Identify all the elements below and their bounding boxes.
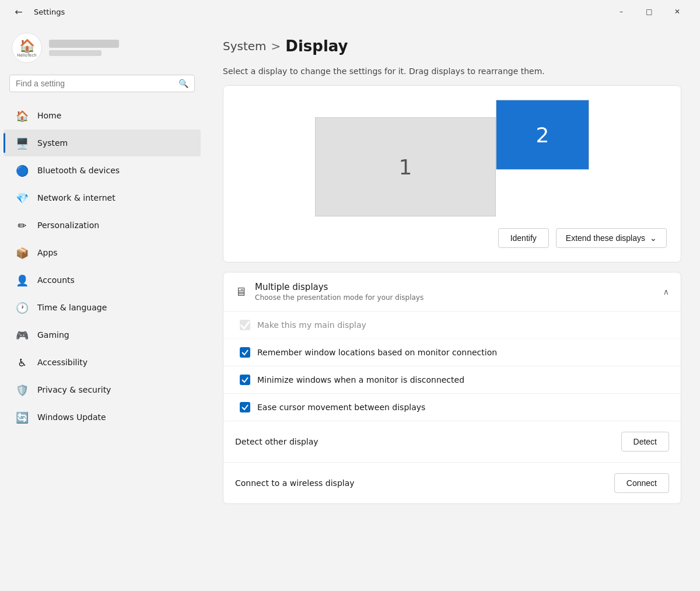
main-display-label: Make this my main display	[257, 320, 366, 330]
app-title: Settings	[34, 8, 65, 16]
sidebar: 🏠 HelloTech 🔍 🏠 Home 🖥️ System 🔵 Bluetoo…	[0, 23, 204, 591]
nav-icon-time: 🕐	[15, 300, 29, 314]
detect-display-label: Detect other display	[235, 437, 318, 446]
hellotech-label: HelloTech	[17, 53, 36, 58]
nav-label-apps: Apps	[37, 248, 58, 257]
display-1[interactable]: 1	[315, 117, 496, 216]
extend-label: Extend these displays	[566, 233, 645, 243]
multiple-displays-icon: 🖥	[235, 285, 247, 299]
sidebar-item-home[interactable]: 🏠 Home	[4, 102, 201, 129]
hellotech-icon: 🏠	[19, 39, 35, 53]
nav-label-time: Time & language	[37, 303, 107, 312]
checkbox-remember-window[interactable]	[240, 347, 250, 358]
section-header-left: 🖥 Multiple displays Choose the presentat…	[235, 282, 424, 302]
title-bar: ← Settings – □ ✕	[0, 0, 700, 23]
breadcrumb-parent: System	[223, 39, 267, 53]
nav-icon-accounts: 👤	[15, 273, 29, 287]
breadcrumb-current: Display	[285, 37, 348, 55]
section-subtitle: Choose the presentation mode for your di…	[255, 293, 424, 302]
sidebar-item-apps[interactable]: 📦 Apps	[4, 239, 201, 266]
nav-icon-network: 💎	[15, 191, 29, 205]
sidebar-item-gaming[interactable]: 🎮 Gaming	[4, 321, 201, 348]
nav-icon-accessibility: ♿	[15, 355, 29, 369]
section-title: Multiple displays	[255, 282, 424, 292]
breadcrumb: System > Display	[223, 37, 681, 55]
nav-label-network: Network & internet	[37, 193, 116, 202]
display-controls: Identify Extend these displays ⌄	[237, 228, 667, 248]
detect-display-row: Detect other display Detect	[223, 421, 681, 463]
nav-icon-home: 🏠	[15, 109, 29, 123]
user-name-blur	[49, 40, 119, 48]
avatar: 🏠 HelloTech	[12, 33, 42, 63]
checkbox-ease-cursor[interactable]	[240, 402, 250, 412]
multiple-displays-section: 🖥 Multiple displays Choose the presentat…	[223, 272, 681, 504]
back-button[interactable]: ←	[9, 2, 28, 21]
user-info	[49, 40, 119, 56]
nav-list: 🏠 Home 🖥️ System 🔵 Bluetooth & devices 💎…	[0, 102, 204, 431]
detect-button[interactable]: Detect	[621, 432, 669, 452]
display-description: Select a display to change the settings …	[223, 67, 681, 76]
identify-button[interactable]: Identify	[498, 228, 549, 248]
chevron-up-icon: ∧	[663, 287, 669, 296]
search-icon: 🔍	[178, 79, 188, 88]
nav-icon-personalization: ✏️	[15, 218, 29, 232]
remember-window-label: Remember window locations based on monit…	[257, 348, 497, 357]
maximize-button[interactable]: □	[636, 2, 663, 21]
breadcrumb-separator: >	[271, 39, 281, 53]
nav-label-privacy: Privacy & security	[37, 385, 111, 394]
display-preview-card: 1 2 Identify Extend these displays ⌄	[223, 85, 681, 263]
nav-icon-system: 🖥️	[15, 136, 29, 150]
nav-label-gaming: Gaming	[37, 330, 69, 340]
setting-main-display: ➜ Make this my main display	[223, 312, 681, 339]
sidebar-item-accessibility[interactable]: ♿ Accessibility	[4, 349, 201, 376]
sidebar-item-personalization[interactable]: ✏️ Personalization	[4, 212, 201, 239]
nav-icon-apps: 📦	[15, 246, 29, 260]
search-input[interactable]	[16, 79, 174, 88]
sidebar-item-accounts[interactable]: 👤 Accounts	[4, 267, 201, 293]
search-box[interactable]: 🔍	[9, 75, 195, 92]
search-container: 🔍	[0, 75, 204, 102]
nav-label-windows-update: Windows Update	[37, 412, 106, 422]
sidebar-item-privacy[interactable]: 🛡️ Privacy & security	[4, 376, 201, 403]
nav-icon-privacy: 🛡️	[15, 383, 29, 397]
sidebar-item-windows-update[interactable]: 🔄 Windows Update	[4, 404, 201, 431]
connect-wireless-label: Connect to a wireless display	[235, 478, 355, 488]
nav-label-personalization: Personalization	[37, 221, 99, 230]
user-email-blur	[49, 50, 102, 56]
ease-cursor-label: Ease cursor movement between displays	[257, 403, 425, 412]
content-area: System > Display Select a display to cha…	[204, 23, 700, 591]
sidebar-item-bluetooth[interactable]: 🔵 Bluetooth & devices	[4, 157, 201, 184]
title-bar-left: ← Settings	[9, 2, 65, 21]
displays-container: 1 2	[237, 100, 667, 216]
minimize-windows-label: Minimize windows when a monitor is disco…	[257, 375, 464, 384]
sidebar-item-network[interactable]: 💎 Network & internet	[4, 184, 201, 211]
connect-wireless-row: Connect to a wireless display Connect	[223, 463, 681, 503]
checkbox-main-display[interactable]	[240, 320, 250, 330]
extend-displays-button[interactable]: Extend these displays ⌄	[556, 228, 667, 248]
section-title-group: Multiple displays Choose the presentatio…	[255, 282, 424, 302]
main-layout: 🏠 HelloTech 🔍 🏠 Home 🖥️ System 🔵 Bluetoo…	[0, 23, 700, 591]
connect-button[interactable]: Connect	[614, 473, 669, 493]
sidebar-item-system[interactable]: 🖥️ System	[4, 130, 201, 156]
close-button[interactable]: ✕	[664, 2, 691, 21]
nav-icon-bluetooth: 🔵	[15, 163, 29, 177]
nav-label-accounts: Accounts	[37, 275, 75, 285]
setting-remember-window: Remember window locations based on monit…	[223, 339, 681, 366]
nav-icon-windows-update: 🔄	[15, 410, 29, 424]
nav-label-home: Home	[37, 111, 61, 120]
nav-label-accessibility: Accessibility	[37, 358, 88, 367]
setting-ease-cursor: Ease cursor movement between displays	[223, 394, 681, 421]
minimize-button[interactable]: –	[608, 2, 635, 21]
chevron-down-icon: ⌄	[650, 233, 657, 243]
nav-icon-gaming: 🎮	[15, 328, 29, 342]
setting-minimize-windows: Minimize windows when a monitor is disco…	[223, 366, 681, 394]
checkbox-minimize-windows[interactable]	[240, 375, 250, 385]
window-controls: – □ ✕	[608, 2, 691, 21]
display-2[interactable]: 2	[496, 100, 589, 170]
sidebar-item-time[interactable]: 🕐 Time & language	[4, 294, 201, 321]
nav-label-bluetooth: Bluetooth & devices	[37, 166, 120, 175]
multiple-displays-header[interactable]: 🖥 Multiple displays Choose the presentat…	[223, 272, 681, 312]
nav-label-system: System	[37, 138, 68, 148]
user-profile: 🏠 HelloTech	[0, 23, 204, 75]
